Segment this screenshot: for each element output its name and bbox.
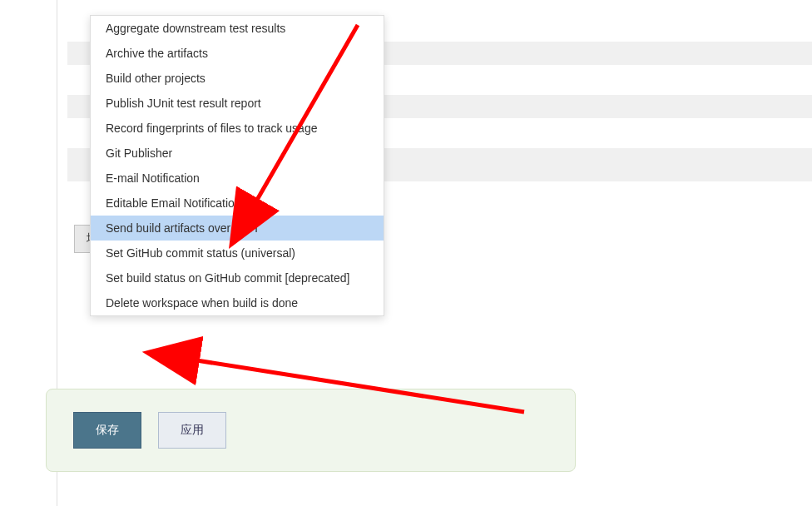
menu-item[interactable]: E-mail Notification <box>91 166 384 191</box>
menu-item[interactable]: Delete workspace when build is done <box>91 290 384 315</box>
menu-item[interactable]: Archive the artifacts <box>91 41 384 66</box>
menu-item[interactable]: Git Publisher <box>91 141 384 166</box>
footer-action-box: 保存 应用 <box>46 389 576 472</box>
menu-item[interactable]: Aggregate downstream test results <box>91 16 384 41</box>
menu-item[interactable]: Build other projects <box>91 66 384 91</box>
apply-button[interactable]: 应用 <box>158 412 226 449</box>
menu-item[interactable]: Publish JUnit test result report <box>91 91 384 116</box>
save-button[interactable]: 保存 <box>73 412 141 449</box>
menu-item[interactable]: Send build artifacts over SSH <box>91 216 384 241</box>
menu-item[interactable]: Set GitHub commit status (universal) <box>91 241 384 265</box>
menu-item[interactable]: Editable Email Notification <box>91 191 384 216</box>
post-build-actions-menu[interactable]: Aggregate downstream test resultsArchive… <box>90 15 384 316</box>
menu-item[interactable]: Record fingerprints of files to track us… <box>91 116 384 141</box>
menu-item[interactable]: Set build status on GitHub commit [depre… <box>91 265 384 290</box>
